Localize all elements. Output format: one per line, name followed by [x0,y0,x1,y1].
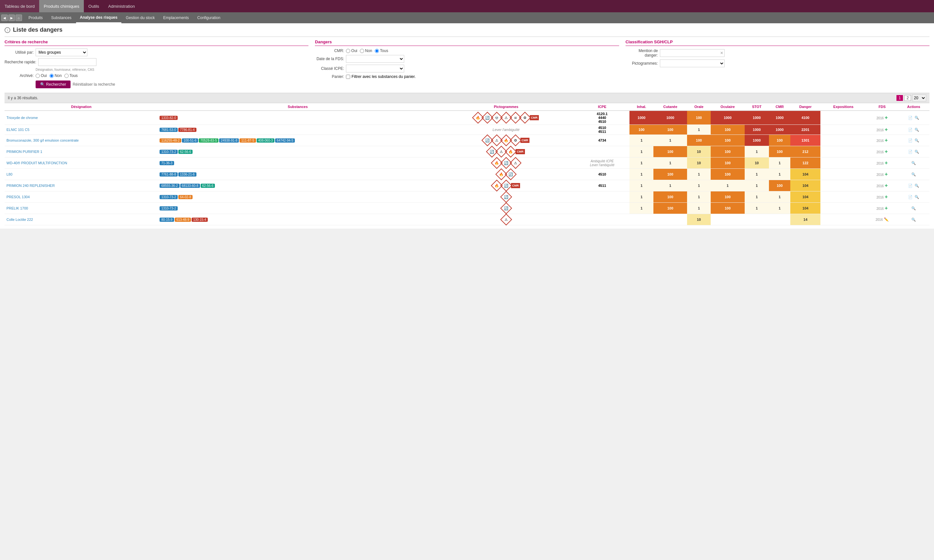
archive-non-label[interactable]: Non [49,73,62,78]
add-button[interactable]: + [885,194,888,200]
designation-text[interactable]: PRELIK 1700 [6,206,28,210]
search-button[interactable]: 🔍 Rechercher [36,80,71,88]
page-1-btn[interactable]: 1 [897,95,903,101]
expositions-cell [820,180,866,191]
designation-text[interactable]: Bromuconazole, 300 g/l emulsion concentr… [6,138,79,142]
archive-tous-radio[interactable] [65,74,69,78]
search-action-icon[interactable]: 🔍 [915,138,919,142]
utilise-par-select[interactable]: Mes groupes Tous [36,49,87,56]
search-action-icon[interactable]: 🔍 [911,206,916,210]
pictograms-cell: 🔥 🔄 [437,169,575,180]
risk-cell: 100 [711,191,745,203]
col-cutanee[interactable]: Cutanée [653,103,687,111]
col-designation[interactable]: Désignation [5,103,158,111]
col-icpe[interactable]: ICPE [575,103,630,111]
risk-cell: 100 [711,135,745,146]
nav-forward[interactable]: ▶ [8,15,15,21]
mention-danger-clear[interactable]: ✕ [720,51,723,55]
panier-checkbox[interactable] [346,75,350,79]
classe-icpe-select[interactable] [346,65,404,72]
search-action-icon[interactable]: 🔍 [915,128,919,132]
add-button[interactable]: + [885,171,888,177]
col-expositions[interactable]: Expositions [820,103,866,111]
nav-substances[interactable]: Substances [47,12,76,23]
pdf-icon[interactable]: 📄 [908,116,912,120]
archive-oui-radio[interactable] [36,74,40,78]
nav-back[interactable]: ◀ [1,15,8,21]
designation-text[interactable]: PRESOL 1304 [6,195,30,199]
edit-icon[interactable]: ✏️ [884,217,889,222]
pdf-icon[interactable]: 📄 [908,195,912,199]
col-pictogrammes[interactable]: Pictogrammes [437,103,575,111]
col-inhal[interactable]: Inhal. [630,103,653,111]
fds-cell: 2016 + [866,203,898,214]
designation-text[interactable]: ELNIC 101 C5 [6,128,29,132]
risk-cell: 10 [687,214,711,225]
search-action-icon[interactable]: 🔍 [915,150,919,154]
cmr-tous-label[interactable]: Tous [375,49,388,53]
col-stot[interactable]: STOT [745,103,769,111]
recherche-rapide-input[interactable] [38,58,96,66]
cmr-oui-radio[interactable] [346,49,350,53]
mention-danger-input[interactable] [660,49,725,57]
reset-link[interactable]: Réinitialiser la recherche [73,82,115,87]
add-button[interactable]: + [885,137,888,143]
search-action-icon[interactable]: 🔍 [911,218,916,222]
col-danger[interactable]: Danger [790,103,820,111]
add-button[interactable]: + [885,205,888,211]
pdf-icon[interactable]: 📄 [908,150,912,154]
nav-tableau-de-bord[interactable]: Tableau de bord [0,0,39,12]
col-oculaire[interactable]: Oculaire [711,103,745,111]
pictograms-cell: 🔥 🔄 ⚠ [437,157,575,169]
nav-analyse-des-risques[interactable]: Analyse des risques [76,12,121,23]
designation-text[interactable]: WD-40® PRODUIT MULTIFONCTION [6,161,67,165]
add-button[interactable]: + [885,160,888,166]
actions-cell: 📄🔍 [898,146,929,157]
add-button[interactable]: + [885,127,888,132]
cmr-non-label[interactable]: Non [360,49,372,53]
col-cmr[interactable]: CMR [769,103,790,111]
col-fds[interactable]: FDS [866,103,898,111]
panier-checkbox-label[interactable]: Filtrer avec les substances du panier. [346,74,415,79]
pdf-icon[interactable]: 📄 [908,184,912,188]
nav-produits[interactable]: Produits [25,12,46,23]
search-action-icon[interactable]: 🔍 [911,172,916,176]
criteres-title: Critères de recherche [5,40,309,46]
nav-administration[interactable]: Administration [103,0,139,12]
search-action-icon[interactable]: 🔍 [915,195,919,199]
icpe-cell: Ambiguïté ICPELever l'ambiguïté [575,157,630,169]
cmr-tous-radio[interactable] [375,49,379,53]
col-substances[interactable]: Substances [158,103,437,111]
col-actions[interactable]: Actions [898,103,929,111]
page-2-btn[interactable]: 2 [904,95,911,101]
designation-text[interactable]: Colle Loctite 222 [6,218,33,222]
nav-produits-chimiques[interactable]: Produits chimiques [39,0,84,12]
search-action-icon[interactable]: 🔍 [915,116,919,120]
add-button[interactable]: + [885,149,888,154]
pictogrammes-select[interactable] [660,60,725,67]
cmr-non-radio[interactable] [360,49,364,53]
search-action-icon[interactable]: 🔍 [915,184,919,188]
nav-home[interactable]: ⌂ [15,15,22,21]
nav-emplacements[interactable]: Emplacements [159,12,193,23]
nav-gestion-du-stock[interactable]: Gestion du stock [122,12,159,23]
archive-tous-label[interactable]: Tous [65,73,78,78]
pdf-icon[interactable]: 📄 [908,128,912,132]
search-action-icon[interactable]: 🔍 [911,161,916,165]
designation-text[interactable]: L80 [6,172,12,176]
nav-outils[interactable]: Outils [84,0,103,12]
cmr-oui-label[interactable]: Oui [346,49,357,53]
add-button[interactable]: + [885,183,888,188]
designation-text[interactable]: Trioxyde de chrome [6,116,38,120]
pdf-icon[interactable]: 📄 [908,138,912,142]
archive-non-radio[interactable] [49,74,54,78]
per-page-select[interactable]: 20 50 100 [912,94,926,102]
nav-configuration[interactable]: Configuration [193,12,224,23]
col-orale[interactable]: Orale [687,103,711,111]
designation-text[interactable]: PRIMION PURIFIER 1 [6,150,42,154]
add-button[interactable]: + [885,115,888,120]
designation-text[interactable]: PRIMION 240 REPLENISHER [6,184,55,188]
date-fds-select[interactable] [346,55,404,63]
risk-cell: 104 [790,180,820,191]
archive-oui-label[interactable]: Oui [36,73,47,78]
